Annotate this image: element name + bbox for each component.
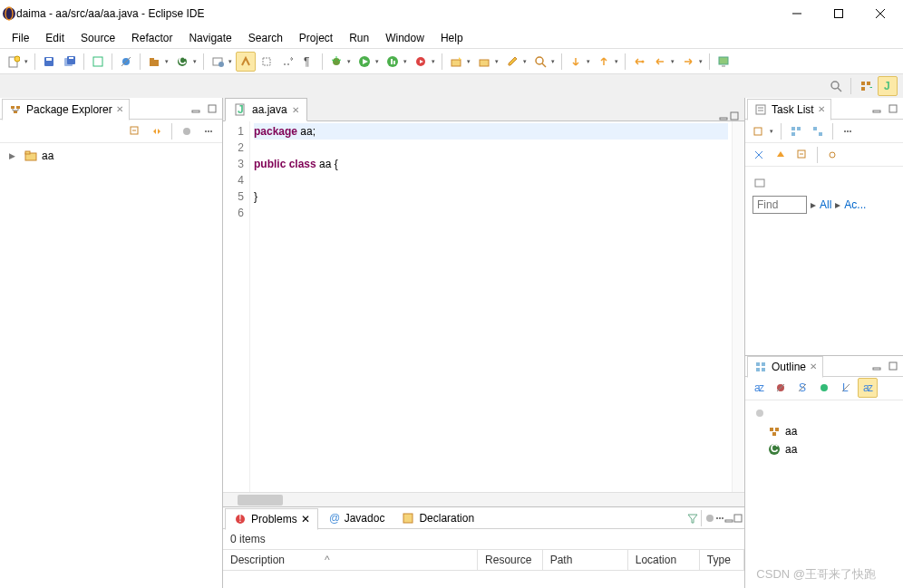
hide-completed-button[interactable] xyxy=(749,145,769,165)
collapse-all-button[interactable] xyxy=(125,121,145,141)
view-menu-button[interactable] xyxy=(715,514,724,523)
outline-tree[interactable]: aa C aa xyxy=(745,400,903,589)
focus-task-button[interactable] xyxy=(177,121,197,141)
open-type-button[interactable] xyxy=(88,52,108,72)
maximize-editor-button[interactable] xyxy=(730,111,739,120)
collapse-all-button[interactable] xyxy=(792,145,812,165)
next-annotation-button[interactable] xyxy=(566,52,593,72)
view-menu-button[interactable] xyxy=(838,121,858,141)
maximize-view-button[interactable] xyxy=(205,101,219,116)
menu-source[interactable]: Source xyxy=(73,29,123,47)
back-button[interactable] xyxy=(650,52,677,72)
menu-project[interactable]: Project xyxy=(291,29,341,47)
bottom-tab-declaration[interactable]: Declaration xyxy=(393,507,482,529)
chevron-right-icon[interactable]: ▶ xyxy=(9,151,20,160)
bottom-tab-javadoc[interactable]: @Javadoc xyxy=(318,507,393,529)
editor-area[interactable]: 123456 package aa;public class aa {} xyxy=(223,121,744,492)
save-all-button[interactable] xyxy=(60,52,80,72)
column-header-description[interactable]: Description^ xyxy=(223,550,478,570)
focus-task-button[interactable] xyxy=(704,513,715,524)
go-up-button[interactable] xyxy=(771,145,791,165)
outline-item[interactable]: C aa xyxy=(751,440,898,458)
column-header-resource[interactable]: Resource xyxy=(478,550,543,570)
editor-tab[interactable]: J aa.java ✕ xyxy=(225,98,307,121)
run-button[interactable] xyxy=(354,52,382,72)
hide-fields-button[interactable] xyxy=(771,378,791,398)
new-java-class-button[interactable]: C xyxy=(172,52,199,72)
prev-annotation-button[interactable] xyxy=(594,52,621,72)
menu-search[interactable]: Search xyxy=(240,29,291,47)
new-task-button[interactable] xyxy=(749,121,776,141)
minimize-view-button[interactable] xyxy=(869,359,884,373)
show-whitespace-button[interactable] xyxy=(277,52,297,72)
new-project-wizard-button[interactable] xyxy=(446,52,473,72)
pin-editor-button[interactable] xyxy=(714,52,733,72)
task-list-body[interactable]: ▸ All ▸ Ac... xyxy=(745,167,903,355)
problems-table[interactable]: Description^ResourcePathLocationType xyxy=(223,549,744,588)
outline-tab[interactable]: Outline ✕ xyxy=(747,356,823,378)
maximize-button[interactable] xyxy=(818,0,859,27)
package-explorer-tree[interactable]: ▶ aa xyxy=(0,143,222,588)
code-area[interactable]: package aa;public class aa {} xyxy=(250,121,732,492)
minimize-view-button[interactable] xyxy=(189,101,203,116)
close-button[interactable] xyxy=(859,0,901,27)
find-input[interactable] xyxy=(752,196,807,214)
tree-item-project[interactable]: ▶ aa xyxy=(5,147,217,165)
close-icon[interactable]: ✕ xyxy=(810,361,817,371)
filter-button[interactable] xyxy=(687,513,698,524)
close-icon[interactable]: ✕ xyxy=(818,104,825,114)
sort-button[interactable]: az xyxy=(749,378,769,398)
outline-item[interactable] xyxy=(751,404,898,422)
skip-breakpoints-button[interactable] xyxy=(116,52,136,72)
menu-file[interactable]: File xyxy=(4,29,37,47)
new-folder-button[interactable] xyxy=(474,52,501,72)
minimize-editor-button[interactable] xyxy=(719,111,728,120)
close-icon[interactable]: ✕ xyxy=(116,104,123,114)
java-perspective-button[interactable]: J xyxy=(878,76,898,96)
all-link[interactable]: All xyxy=(820,198,831,211)
scheduled-button[interactable] xyxy=(808,121,828,141)
column-header-type[interactable]: Type xyxy=(700,550,744,570)
toggle-mark-occurrences-button[interactable] xyxy=(236,52,256,72)
bottom-tab-problems[interactable]: !Problems✕ xyxy=(225,508,318,530)
new-java-package-button[interactable] xyxy=(144,52,171,72)
forward-button[interactable] xyxy=(678,52,705,72)
activate-link[interactable]: Ac... xyxy=(844,198,866,211)
menu-run[interactable]: Run xyxy=(341,29,377,47)
debug-button[interactable] xyxy=(326,52,354,72)
hide-static-button[interactable]: S xyxy=(792,378,812,398)
search-button[interactable] xyxy=(530,52,558,72)
sort-outline-button[interactable]: az xyxy=(858,378,878,398)
view-menu-button[interactable] xyxy=(199,121,218,141)
minimize-view-button[interactable] xyxy=(869,101,884,116)
package-explorer-tab[interactable]: Package Explorer ✕ xyxy=(2,99,130,120)
horizontal-scrollbar[interactable] xyxy=(223,492,744,506)
link-with-editor-button[interactable] xyxy=(147,121,167,141)
coverage-button[interactable] xyxy=(383,52,410,72)
toggle-word-wrap-button[interactable]: ¶ xyxy=(298,52,318,72)
hide-non-public-button[interactable] xyxy=(814,378,834,398)
maximize-view-button[interactable] xyxy=(733,514,743,523)
last-edit-location-button[interactable] xyxy=(629,52,649,72)
save-button[interactable] xyxy=(39,52,59,72)
minimize-button[interactable] xyxy=(776,0,818,27)
column-header-path[interactable]: Path xyxy=(543,550,628,570)
maximize-view-button[interactable] xyxy=(886,101,900,116)
menu-window[interactable]: Window xyxy=(377,29,432,47)
close-icon[interactable]: ✕ xyxy=(292,105,299,115)
open-perspective-button[interactable]: + xyxy=(856,76,876,96)
menu-refactor[interactable]: Refactor xyxy=(123,29,180,47)
menu-navigate[interactable]: Navigate xyxy=(180,29,239,47)
close-icon[interactable]: ✕ xyxy=(301,513,310,525)
run-last-tool-button[interactable] xyxy=(411,52,438,72)
quick-access-search-icon[interactable] xyxy=(826,76,846,96)
new-button[interactable] xyxy=(4,52,31,72)
menu-edit[interactable]: Edit xyxy=(37,29,73,47)
maximize-view-button[interactable] xyxy=(886,359,900,373)
synchronize-button[interactable] xyxy=(822,145,842,165)
menu-help[interactable]: Help xyxy=(432,29,471,47)
task-list-tab[interactable]: Task List ✕ xyxy=(747,99,831,120)
outline-item[interactable]: aa xyxy=(751,422,898,440)
hide-local-types-button[interactable]: L xyxy=(836,378,856,398)
open-task-button[interactable] xyxy=(208,52,235,72)
